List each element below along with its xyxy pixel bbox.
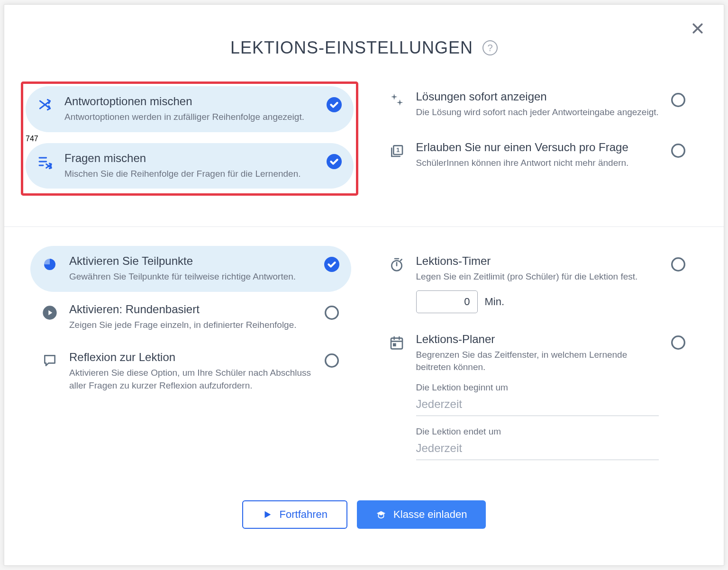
svg-rect-13 <box>393 343 396 346</box>
modal-title: LEKTIONS-EINSTELLUNGEN <box>230 38 473 58</box>
invite-label: Klasse einladen <box>393 508 467 521</box>
option-desc: Legen Sie ein Zeitlimit (pro Schüler) fü… <box>416 271 659 283</box>
graduation-cap-icon <box>376 509 386 520</box>
toggle-planner[interactable] <box>671 335 686 350</box>
svg-text:1: 1 <box>396 146 400 153</box>
option-round-based[interactable]: Aktivieren: Rundenbasiert Zeigen Sie jed… <box>30 294 351 340</box>
option-desc: Begrenzen Sie das Zeitfenster, in welche… <box>416 349 659 374</box>
option-title: Antwortoptionen mischen <box>64 95 315 108</box>
planner-start-label: Die Lektion beginnt um <box>416 382 659 393</box>
one-attempt-icon: 1 <box>389 143 404 158</box>
option-title: Reflexion zur Lektion <box>69 351 312 364</box>
circle-icon <box>671 335 686 350</box>
svg-point-2 <box>672 94 685 107</box>
left-column-bottom: Aktivieren Sie Teilpunkte Gewähren Sie T… <box>30 246 351 481</box>
option-desc: Aktivieren Sie diese Option, um Ihre Sch… <box>69 367 312 392</box>
svg-point-9 <box>325 354 338 367</box>
play-icon <box>262 509 273 520</box>
toggle-partial-points[interactable] <box>324 257 339 272</box>
shuffle-icon <box>37 97 53 112</box>
option-reflection[interactable]: Reflexion zur Lektion Aktivieren Sie die… <box>30 342 351 400</box>
planner-start-input[interactable] <box>416 395 659 416</box>
continue-button[interactable]: Fortfahren <box>242 500 348 529</box>
toggle-shuffle-answers[interactable] <box>327 97 342 112</box>
option-timer[interactable]: Lektions-Timer Legen Sie ein Zeitlimit (… <box>377 246 698 322</box>
footer-actions: Fortfahren Klasse einladen <box>30 500 698 529</box>
circle-icon <box>671 143 686 158</box>
option-partial-points[interactable]: Aktivieren Sie Teilpunkte Gewähren Sie T… <box>30 246 351 292</box>
list-shuffle-icon <box>37 154 53 169</box>
option-desc: Mischen Sie die Reihenfolge der Fragen f… <box>64 168 315 181</box>
left-column: Antwortoptionen mischen Antwortoptionen … <box>30 81 351 212</box>
close-button[interactable] <box>691 21 705 36</box>
planner-end-input[interactable] <box>416 439 659 460</box>
option-desc: Antwortoptionen werden in zufälliger Rei… <box>64 111 315 124</box>
right-column-top: Lösungen sofort anzeigen Die Lösung wird… <box>377 81 698 212</box>
option-desc: SchülerInnen können ihre Antwort nicht m… <box>416 157 659 170</box>
option-planner[interactable]: Lektions-Planer Begrenzen Sie das Zeitfe… <box>377 324 698 479</box>
option-title: Lösungen sofort anzeigen <box>416 90 659 103</box>
option-title: Aktivieren Sie Teilpunkte <box>69 254 312 268</box>
circle-icon <box>671 92 686 108</box>
planner-end-label: Die Lektion endet um <box>416 426 659 437</box>
continue-label: Fortfahren <box>280 508 328 521</box>
option-title: Fragen mischen <box>64 152 315 165</box>
calendar-icon <box>389 335 404 350</box>
circle-icon <box>671 257 686 272</box>
option-title: Lektions-Planer <box>416 333 659 346</box>
option-title: Erlauben Sie nur einen Versuch pro Frage <box>416 141 659 154</box>
divider <box>4 226 724 227</box>
timer-minutes-input[interactable] <box>416 290 478 313</box>
option-desc: Zeigen Sie jede Frage einzeln, in defini… <box>69 319 312 332</box>
timer-icon <box>389 257 404 272</box>
chat-icon <box>42 353 57 368</box>
circle-icon <box>324 305 339 320</box>
svg-point-5 <box>672 144 685 157</box>
invite-class-button[interactable]: Klasse einladen <box>357 500 486 529</box>
options-grid-2: Aktivieren Sie Teilpunkte Gewähren Sie T… <box>30 246 698 481</box>
toggle-timer[interactable] <box>671 257 686 272</box>
timer-unit-label: Min. <box>485 296 505 308</box>
options-grid: Antwortoptionen mischen Antwortoptionen … <box>30 81 698 212</box>
help-icon: ? <box>488 43 493 54</box>
toggle-round-based[interactable] <box>324 305 339 320</box>
option-show-solutions[interactable]: Lösungen sofort anzeigen Die Lösung wird… <box>377 81 698 127</box>
help-button[interactable]: ? <box>482 40 498 55</box>
option-title: Lektions-Timer <box>416 254 659 268</box>
right-column-bottom: Lektions-Timer Legen Sie ein Zeitlimit (… <box>377 246 698 481</box>
lesson-settings-modal: LEKTIONS-EINSTELLUNGEN ? Antwortoptionen… <box>4 4 724 566</box>
check-icon <box>324 257 339 272</box>
svg-point-8 <box>325 306 338 319</box>
play-circle-icon <box>42 305 57 320</box>
toggle-shuffle-questions[interactable] <box>327 154 342 169</box>
title-bar: LEKTIONS-EINSTELLUNGEN ? <box>30 38 698 58</box>
option-desc: Gewähren Sie Teilpunkte für teilweise ri… <box>69 271 312 283</box>
option-shuffle-questions[interactable]: Fragen mischen Mischen Sie die Reihenfol… <box>26 143 354 189</box>
close-icon <box>691 21 705 36</box>
option-desc: Die Lösung wird sofort nach jeder Antwor… <box>416 106 659 119</box>
highlighted-options: Antwortoptionen mischen Antwortoptionen … <box>21 81 358 196</box>
pie-icon <box>42 257 57 272</box>
check-icon <box>327 154 342 169</box>
option-title: Aktivieren: Rundenbasiert <box>69 303 312 316</box>
svg-rect-12 <box>391 338 402 349</box>
option-shuffle-answers[interactable]: Antwortoptionen mischen Antwortoptionen … <box>26 86 354 132</box>
option-one-attempt[interactable]: 1 Erlauben Sie nur einen Versuch pro Fra… <box>377 132 698 178</box>
sparkle-icon <box>389 92 404 108</box>
toggle-reflection[interactable] <box>324 353 339 368</box>
svg-point-11 <box>672 258 685 271</box>
check-icon <box>327 97 342 112</box>
circle-icon <box>324 353 339 368</box>
svg-point-14 <box>672 336 685 349</box>
toggle-show-solutions[interactable] <box>671 92 686 108</box>
toggle-one-attempt[interactable] <box>671 143 686 158</box>
